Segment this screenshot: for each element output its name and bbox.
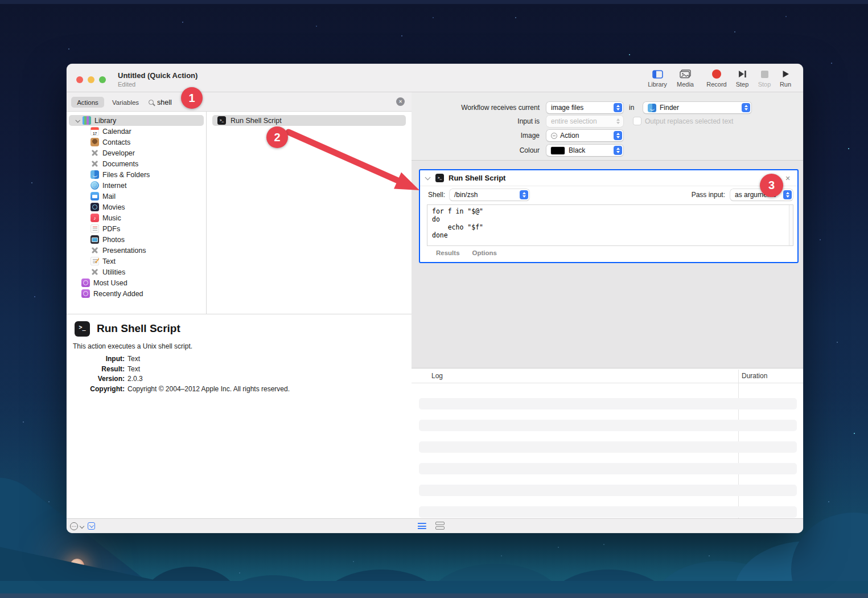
sidebar-item-files-folders[interactable]: Files & Folders — [67, 169, 206, 180]
options-tab[interactable]: Options — [472, 249, 497, 259]
sidebar-item-pdfs[interactable]: PDFs — [67, 223, 206, 234]
sidebar-item-text[interactable]: Text — [67, 256, 206, 267]
stepper-icon — [614, 117, 622, 126]
description-summary: This action executes a Unix shell script… — [73, 342, 192, 350]
sidebar-item-library[interactable]: Library — [69, 115, 204, 126]
action-glyph-icon — [551, 133, 557, 139]
minimize-window-button[interactable] — [88, 76, 94, 83]
browser-columns: Library Calendar Contacts Developer Docu… — [67, 112, 412, 314]
terminal-icon — [435, 174, 444, 182]
run-shell-script-card: Run Shell Script Shell: /bin/zsh Pass in… — [419, 169, 799, 263]
mail-icon — [90, 192, 99, 200]
field-value: 2.0.3 — [127, 375, 351, 383]
log-row — [419, 463, 797, 474]
zoom-window-button[interactable] — [99, 76, 106, 83]
library-toolbar-button[interactable]: Library — [644, 69, 671, 88]
colour-popup[interactable]: Black — [546, 145, 623, 156]
sidebar-item-presentations[interactable]: Presentations — [67, 245, 206, 256]
stepper-icon — [783, 190, 792, 199]
movies-icon — [90, 203, 99, 211]
results-tab[interactable]: Results — [436, 249, 460, 259]
media-toolbar-button[interactable]: Media — [672, 69, 699, 88]
actions-tab[interactable]: Actions — [71, 97, 104, 108]
duration-column-header[interactable]: Duration — [742, 372, 767, 380]
stars — [0, 0, 1, 1]
shell-popup[interactable]: /bin/zsh — [450, 189, 529, 200]
run-toolbar-button[interactable]: Run — [776, 69, 795, 88]
sidebar-item-photos[interactable]: Photos — [67, 234, 206, 245]
documents-icon — [90, 159, 99, 168]
log-header: Log Duration — [412, 368, 803, 383]
annotation-badge-1: 1 — [181, 87, 203, 109]
variables-tab[interactable]: Variables — [109, 97, 142, 108]
stepper-icon — [520, 190, 528, 199]
clear-search-button[interactable] — [396, 97, 405, 106]
status-footer — [67, 518, 803, 533]
presentations-icon — [90, 246, 99, 255]
bottom-strip — [0, 593, 868, 598]
list-view-icon[interactable] — [418, 523, 426, 530]
log-row — [419, 420, 797, 431]
sidebar-item-most-used[interactable]: Most Used — [67, 277, 206, 288]
workflow-settings: Workflow receives current image files in… — [412, 92, 803, 161]
record-toolbar-button[interactable]: Record — [703, 69, 730, 88]
sidebar-item-music[interactable]: Music — [67, 212, 206, 223]
sidebar-item-movies[interactable]: Movies — [67, 202, 206, 212]
output-replaces-label: Output replaces selected text — [645, 117, 733, 125]
filter-bar: Actions Variables shell — [67, 92, 412, 112]
sidebar-item-documents[interactable]: Documents — [67, 158, 206, 169]
step-toolbar-button[interactable]: Step — [731, 69, 753, 88]
sidebar-item-contacts[interactable]: Contacts — [67, 137, 206, 148]
chevron-down-icon[interactable] — [425, 175, 431, 181]
colour-swatch — [551, 147, 565, 154]
contacts-icon — [90, 138, 99, 146]
run-icon — [782, 69, 789, 79]
developer-icon — [90, 149, 99, 157]
photos-icon — [90, 235, 99, 244]
action-list-item-run-shell-script[interactable]: Run Shell Script — [212, 115, 406, 126]
output-replaces-checkbox — [633, 117, 641, 125]
code-line: do — [432, 215, 788, 223]
close-icon[interactable] — [783, 174, 792, 183]
annotation-badge-2: 2 — [266, 126, 288, 148]
sidebar-item-developer[interactable]: Developer — [67, 148, 206, 158]
application-popup[interactable]: Finder — [643, 102, 751, 113]
window-title: Untitled (Quick Action) — [118, 71, 198, 80]
search-icon — [149, 100, 154, 105]
code-line: done — [432, 231, 788, 239]
field-label: Copyright: — [67, 385, 125, 393]
sidebar-item-calendar[interactable]: Calendar — [67, 126, 206, 137]
stacked-panes-icon[interactable] — [435, 522, 445, 530]
log-column-header[interactable]: Log — [431, 372, 443, 380]
sidebar-item-mail[interactable]: Mail — [67, 191, 206, 202]
snippet-toggle-icon[interactable] — [88, 522, 95, 530]
sidebar-item-recently-added[interactable]: Recently Added — [67, 288, 206, 299]
colour-label: Colour — [483, 146, 540, 154]
shell-script-editor[interactable]: for f in "$@" do echo "$f" done — [427, 204, 793, 246]
field-label: Input: — [67, 355, 125, 363]
scrollbar[interactable] — [789, 205, 793, 245]
image-label: Image — [483, 132, 540, 140]
step-icon — [738, 69, 747, 79]
image-popup[interactable]: Action — [546, 130, 623, 141]
pdf-icon — [90, 224, 99, 233]
card-header[interactable]: Run Shell Script — [420, 170, 797, 186]
finder-icon — [90, 170, 99, 179]
record-icon — [712, 69, 721, 79]
close-window-button[interactable] — [76, 76, 83, 83]
description-fields: Input: Text Result: Text Version: 2.0.3 … — [67, 355, 351, 393]
chevron-down-icon — [75, 118, 80, 122]
globe-icon — [90, 181, 99, 190]
log-row — [419, 485, 797, 496]
smart-folder-icon — [81, 278, 90, 287]
sidebar-item-utilities[interactable]: Utilities — [67, 267, 206, 277]
music-icon — [90, 214, 99, 222]
finder-icon — [648, 104, 656, 112]
more-options-icon[interactable] — [70, 522, 78, 530]
sidebar-item-internet[interactable]: Internet — [67, 180, 206, 191]
stepper-icon — [614, 131, 622, 140]
card-title: Run Shell Script — [449, 174, 505, 182]
chevron-down-icon[interactable] — [80, 524, 84, 529]
code-line: for f in "$@" — [432, 207, 788, 215]
receives-popup[interactable]: image files — [546, 102, 623, 113]
